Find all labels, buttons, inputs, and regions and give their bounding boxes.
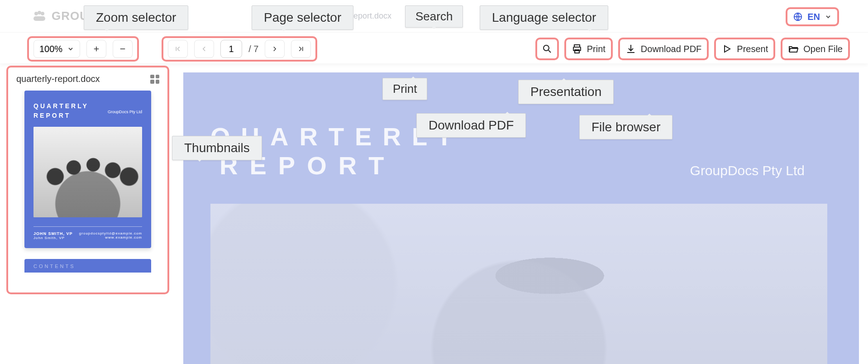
language-code: EN (807, 12, 820, 22)
callout-present: Presentation (518, 80, 614, 104)
svg-point-1 (38, 11, 41, 14)
thumb-author-sub: John Smith, VP (33, 236, 73, 240)
callout-search: Search (405, 5, 463, 28)
callout-files: File browser (579, 115, 672, 139)
chevron-right-icon (271, 45, 279, 53)
thumbnails-header: quarterly-report.docx (8, 67, 167, 91)
play-icon (721, 43, 732, 54)
thumb-email: groupdocsptyltd@example.com (79, 231, 142, 235)
zoom-value-dropdown[interactable]: 100% (33, 40, 80, 58)
present-button[interactable]: Present (714, 38, 775, 60)
print-button[interactable]: Print (564, 38, 613, 60)
next-page-button[interactable] (265, 40, 285, 58)
thumb-title-2: REPORT (33, 112, 71, 119)
search-button[interactable] (535, 38, 559, 60)
callout-thumbs: Thumbnails (172, 136, 262, 160)
thumbnails-panel: quarterly-report.docx QUARTERLY REPORT G… (6, 66, 169, 294)
callout-pdf: Download PDF (416, 113, 526, 138)
thumbnails-filename: quarterly-report.docx (16, 74, 100, 84)
chevron-down-icon (825, 13, 832, 20)
thumbnails-grid-toggle[interactable] (150, 75, 159, 84)
doc-cover-image (210, 204, 827, 364)
callout-language: Language selector (480, 5, 608, 30)
thumb-site: www.example.com (79, 235, 142, 239)
thumb-title-1: QUARTERLY (33, 102, 89, 110)
download-pdf-button[interactable]: Download PDF (618, 38, 709, 60)
first-page-button[interactable] (168, 40, 188, 58)
thumb2-label: CONTENTS (33, 263, 76, 269)
print-label: Print (587, 44, 606, 54)
minus-icon (119, 45, 127, 53)
zoom-in-button[interactable] (86, 40, 106, 58)
toolbar: 100% / 7 Print (0, 34, 868, 63)
open-file-label: Open File (803, 44, 843, 54)
groupdocs-logo-icon (32, 10, 47, 23)
globe-icon (793, 12, 803, 22)
zoom-value: 100% (39, 44, 62, 54)
search-icon (542, 43, 553, 54)
download-icon (625, 43, 636, 54)
thumbnail-page-1[interactable]: QUARTERLY REPORT GroupDocs Pty Ltd JOHN … (24, 91, 151, 248)
first-page-icon (174, 45, 182, 53)
prev-page-button[interactable] (194, 40, 214, 58)
plus-icon (92, 45, 100, 53)
svg-point-5 (544, 45, 549, 51)
printer-icon (572, 43, 582, 54)
callout-pages: Page selector (252, 5, 353, 30)
chevron-down-icon (67, 45, 74, 53)
zoom-selector-group: 100% (27, 36, 139, 62)
present-label: Present (737, 44, 768, 54)
language-selector[interactable]: EN (786, 7, 839, 26)
doc-company: GroupDocs Pty Ltd (690, 163, 805, 178)
zoom-out-button[interactable] (113, 40, 133, 58)
thumb-author: JOHN SMITH, VP (33, 231, 73, 236)
chevron-left-icon (200, 45, 208, 53)
page-number-input[interactable] (220, 40, 242, 58)
open-file-button[interactable]: Open File (781, 38, 850, 60)
last-page-button[interactable] (291, 40, 311, 58)
thumb-cover-image (33, 127, 142, 217)
svg-point-0 (34, 12, 38, 15)
page-selector-group: / 7 (162, 36, 317, 62)
svg-point-2 (41, 12, 44, 15)
callout-zoom: Zoom selector (84, 5, 188, 30)
last-page-icon (297, 45, 305, 53)
folder-open-icon (788, 43, 799, 54)
thumbnail-page-2[interactable]: CONTENTS (24, 259, 151, 273)
download-pdf-label: Download PDF (641, 44, 702, 54)
thumbnails-scroll[interactable]: QUARTERLY REPORT GroupDocs Pty Ltd JOHN … (8, 91, 167, 293)
svg-rect-3 (33, 16, 45, 21)
thumb-company: GroupDocs Pty Ltd (108, 110, 142, 114)
callout-print: Print (382, 78, 427, 100)
toolbar-right: Print Download PDF Present Open File (535, 38, 850, 60)
page-total: / 7 (248, 44, 258, 54)
